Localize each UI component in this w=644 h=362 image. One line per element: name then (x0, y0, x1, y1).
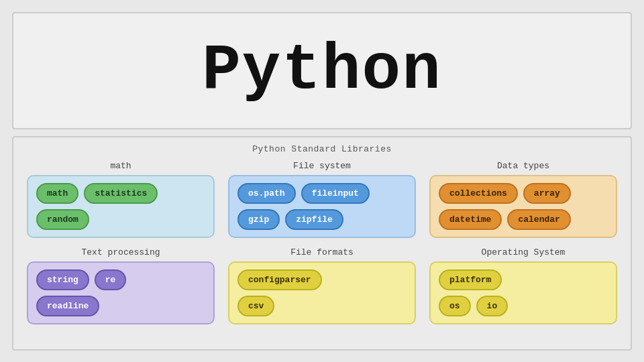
categories-grid: mathmathstatisticsrandomFile systemos.pa… (27, 161, 617, 324)
tag-row: readline (36, 296, 99, 316)
tag-readline: readline (36, 296, 99, 316)
tag-row: collectionsarray (439, 183, 571, 204)
category-label-fileformats: File formats (290, 247, 354, 257)
tag-row: random (36, 209, 89, 230)
tag-row: csv (237, 296, 274, 316)
tag-string: string (36, 269, 89, 290)
tag-platform: platform (439, 269, 502, 290)
tag-row: os.pathfileinput (237, 183, 370, 204)
tag-row: stringre (36, 269, 126, 290)
tag-random: random (36, 209, 89, 230)
category-box-textprocessing: stringrereadline (27, 261, 215, 324)
top-panel: Python (12, 12, 632, 129)
category-label-os: Operating System (482, 247, 566, 257)
category-label-textprocessing: Text processing (81, 247, 160, 257)
category-box-math: mathstatisticsrandom (27, 175, 215, 238)
bottom-panel: Python Standard Libraries mathmathstatis… (12, 136, 632, 351)
tag-os: os (439, 296, 471, 316)
tag-calendar: calendar (507, 209, 570, 230)
tag-datetime: datetime (439, 209, 502, 230)
tag-row: mathstatistics (36, 183, 158, 204)
tag-io: io (476, 296, 508, 316)
python-title: Python (202, 34, 442, 107)
tag-re: re (95, 269, 127, 290)
category-os: Operating Systemplatformosio (429, 247, 617, 324)
category-textprocessing: Text processingstringrereadline (27, 247, 215, 324)
category-box-fileformats: configparsercsv (228, 261, 416, 324)
panel-subtitle: Python Standard Libraries (27, 144, 617, 154)
category-label-filesystem: File system (293, 161, 351, 171)
category-box-os: platformosio (429, 261, 617, 324)
category-filesystem: File systemos.pathfileinputgzipzipfile (228, 161, 416, 238)
tag-fileinput: fileinput (301, 183, 370, 204)
tag-statistics: statistics (84, 183, 158, 204)
category-box-filesystem: os.pathfileinputgzipzipfile (228, 175, 416, 238)
category-fileformats: File formatsconfigparsercsv (228, 247, 416, 324)
category-label-datatypes: Data types (497, 161, 549, 171)
tag-row: gzipzipfile (237, 209, 343, 230)
tag-csv: csv (237, 296, 274, 316)
tag-configparser: configparser (237, 269, 322, 290)
category-label-math: math (110, 161, 131, 171)
tag-array: array (523, 183, 571, 204)
category-math: mathmathstatisticsrandom (27, 161, 215, 238)
tag-row: platform (439, 269, 502, 290)
tag-gzip: gzip (237, 209, 280, 230)
category-datatypes: Data typescollectionsarraydatetimecalend… (429, 161, 617, 238)
tag-collections: collections (439, 183, 518, 204)
tag-row: configparser (237, 269, 322, 290)
tag-zipfile: zipfile (285, 209, 343, 230)
tag-os-path: os.path (237, 183, 296, 204)
category-box-datatypes: collectionsarraydatetimecalendar (429, 175, 617, 238)
tag-row: osio (439, 296, 508, 316)
tag-math: math (36, 183, 78, 204)
tag-row: datetimecalendar (439, 209, 571, 230)
